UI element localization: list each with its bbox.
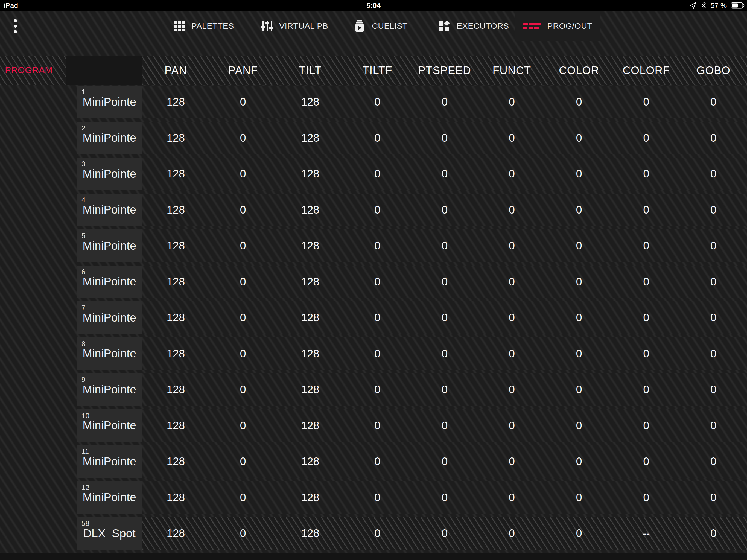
fixture-cell[interactable]: 4MiniPointe [77, 194, 142, 226]
param-value-colorf[interactable]: 0 [613, 373, 680, 406]
param-value-tiltf[interactable]: 0 [344, 337, 411, 370]
param-value-pan[interactable]: 128 [142, 229, 209, 262]
param-value-pan[interactable]: 128 [142, 445, 209, 478]
param-value-funct[interactable]: 0 [478, 301, 545, 334]
param-value-color[interactable]: 0 [545, 409, 613, 442]
param-value-tiltf[interactable]: 0 [344, 301, 411, 334]
fixture-cell[interactable]: 6MiniPointe [77, 265, 142, 298]
param-value-colorf[interactable]: 0 [613, 337, 680, 370]
param-value-pan[interactable]: 128 [142, 157, 209, 190]
param-value-gobo[interactable]: 0 [680, 337, 747, 370]
param-value-colorf[interactable]: 0 [613, 409, 680, 442]
param-value-tilt[interactable]: 128 [277, 157, 344, 190]
param-value-tiltf[interactable]: 0 [344, 445, 411, 478]
param-value-tiltf[interactable]: 0 [344, 229, 411, 262]
param-value-panf[interactable]: 0 [209, 85, 277, 118]
param-value-pan[interactable]: 128 [142, 337, 209, 370]
param-value-tiltf[interactable]: 0 [344, 409, 411, 442]
param-value-color[interactable]: 0 [545, 194, 613, 226]
param-value-pan[interactable]: 128 [142, 517, 209, 550]
param-value-ptspeed[interactable]: 0 [411, 445, 478, 478]
param-value-pan[interactable]: 128 [142, 85, 209, 118]
fixture-cell[interactable]: 58DLX_Spot [77, 517, 142, 550]
param-value-funct[interactable]: 0 [478, 229, 545, 262]
fixture-cell[interactable]: 5MiniPointe [77, 229, 142, 262]
param-value-tilt[interactable]: 128 [277, 301, 344, 334]
param-value-colorf[interactable]: 0 [613, 194, 680, 226]
param-value-gobo[interactable]: 0 [680, 194, 747, 226]
param-value-tiltf[interactable]: 0 [344, 157, 411, 190]
param-value-color[interactable]: 0 [545, 481, 613, 514]
fixture-cell[interactable]: 12MiniPointe [77, 481, 142, 514]
fixture-cell[interactable]: 7MiniPointe [77, 301, 142, 334]
param-value-funct[interactable]: 0 [478, 337, 545, 370]
param-value-ptspeed[interactable]: 0 [411, 409, 478, 442]
param-value-gobo[interactable]: 0 [680, 373, 747, 406]
param-value-pan[interactable]: 128 [142, 265, 209, 298]
param-value-tilt[interactable]: 128 [277, 337, 344, 370]
fixture-cell[interactable]: 8MiniPointe [77, 337, 142, 370]
param-value-funct[interactable]: 0 [478, 409, 545, 442]
param-value-tiltf[interactable]: 0 [344, 194, 411, 226]
param-value-funct[interactable]: 0 [478, 265, 545, 298]
fixture-cell[interactable]: 10MiniPointe [77, 409, 142, 442]
param-value-gobo[interactable]: 0 [680, 85, 747, 118]
param-value-colorf[interactable]: 0 [613, 122, 680, 154]
param-value-funct[interactable]: 0 [478, 481, 545, 514]
param-value-color[interactable]: 0 [545, 445, 613, 478]
kebab-menu-button[interactable] [10, 11, 21, 41]
param-value-ptspeed[interactable]: 0 [411, 481, 478, 514]
fixture-cell[interactable]: 9MiniPointe [77, 373, 142, 406]
param-value-tiltf[interactable]: 0 [344, 85, 411, 118]
param-value-tiltf[interactable]: 0 [344, 517, 411, 550]
tab-cuelist[interactable]: CUELIST [353, 11, 408, 41]
param-value-panf[interactable]: 0 [209, 301, 277, 334]
param-value-color[interactable]: 0 [545, 85, 613, 118]
param-value-tiltf[interactable]: 0 [344, 265, 411, 298]
param-value-funct[interactable]: 0 [478, 122, 545, 154]
param-value-ptspeed[interactable]: 0 [411, 265, 478, 298]
tab-executors[interactable]: EXECUTORS [438, 11, 509, 41]
param-value-tilt[interactable]: 128 [277, 481, 344, 514]
param-value-colorf[interactable]: 0 [613, 229, 680, 262]
tab-prog-out[interactable]: PROG/OUT [515, 11, 600, 41]
param-value-tilt[interactable]: 128 [277, 517, 344, 550]
param-value-tiltf[interactable]: 0 [344, 481, 411, 514]
param-value-colorf[interactable]: 0 [613, 301, 680, 334]
param-value-funct[interactable]: 0 [478, 157, 545, 190]
param-value-panf[interactable]: 0 [209, 229, 277, 262]
param-value-tilt[interactable]: 128 [277, 373, 344, 406]
param-value-color[interactable]: 0 [545, 373, 613, 406]
param-value-color[interactable]: 0 [545, 517, 613, 550]
param-value-panf[interactable]: 0 [209, 337, 277, 370]
param-value-tiltf[interactable]: 0 [344, 373, 411, 406]
param-value-pan[interactable]: 128 [142, 409, 209, 442]
param-value-gobo[interactable]: 0 [680, 517, 747, 550]
param-value-colorf[interactable]: 0 [613, 157, 680, 190]
fixture-cell[interactable]: 3MiniPointe [77, 157, 142, 190]
param-value-gobo[interactable]: 0 [680, 265, 747, 298]
tab-palettes[interactable]: PALETTES [173, 11, 234, 41]
param-value-funct[interactable]: 0 [478, 194, 545, 226]
param-value-gobo[interactable]: 0 [680, 157, 747, 190]
param-value-ptspeed[interactable]: 0 [411, 194, 478, 226]
param-value-color[interactable]: 0 [545, 157, 613, 190]
param-value-colorf[interactable]: 0 [613, 85, 680, 118]
param-value-gobo[interactable]: 0 [680, 409, 747, 442]
param-value-ptspeed[interactable]: 0 [411, 301, 478, 334]
param-value-funct[interactable]: 0 [478, 373, 545, 406]
param-value-tilt[interactable]: 128 [277, 409, 344, 442]
param-value-ptspeed[interactable]: 0 [411, 373, 478, 406]
param-value-pan[interactable]: 128 [142, 373, 209, 406]
param-value-ptspeed[interactable]: 0 [411, 229, 478, 262]
param-value-ptspeed[interactable]: 0 [411, 337, 478, 370]
param-value-color[interactable]: 0 [545, 122, 613, 154]
param-value-ptspeed[interactable]: 0 [411, 122, 478, 154]
fixture-cell[interactable]: 1MiniPointe [77, 85, 142, 118]
param-value-colorf[interactable]: 0 [613, 445, 680, 478]
param-value-colorf[interactable]: 0 [613, 265, 680, 298]
param-value-gobo[interactable]: 0 [680, 301, 747, 334]
param-value-color[interactable]: 0 [545, 229, 613, 262]
param-value-tilt[interactable]: 128 [277, 122, 344, 154]
param-value-gobo[interactable]: 0 [680, 229, 747, 262]
